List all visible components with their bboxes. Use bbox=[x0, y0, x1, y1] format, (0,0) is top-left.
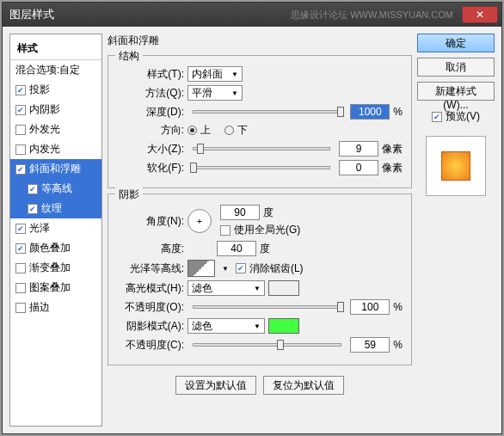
highlight-mode-label: 高光模式(H): bbox=[117, 281, 184, 296]
checkbox-icon[interactable] bbox=[15, 303, 26, 313]
global-light-checkbox[interactable] bbox=[220, 225, 230, 236]
checkbox-icon[interactable] bbox=[15, 105, 26, 115]
checkbox-icon[interactable] bbox=[28, 204, 38, 214]
style-label: 样式(T): bbox=[117, 67, 184, 82]
soften-unit: 像素 bbox=[382, 161, 403, 175]
checkbox-icon[interactable] bbox=[15, 144, 26, 155]
size-input[interactable]: 9 bbox=[339, 141, 378, 157]
shadow-color-swatch[interactable] bbox=[268, 318, 299, 334]
settings-panel: 斜面和浮雕 结构 样式(T): 内斜面▼ 方法(Q): 平滑▼ 深度(D): 1… bbox=[108, 34, 412, 427]
checkbox-icon[interactable] bbox=[15, 85, 26, 95]
altitude-unit: 度 bbox=[260, 242, 270, 256]
opacity-unit2: % bbox=[393, 339, 403, 351]
preview-checkbox[interactable] bbox=[432, 112, 442, 122]
size-slider[interactable] bbox=[193, 147, 330, 150]
depth-label: 深度(D): bbox=[117, 105, 184, 120]
cancel-button[interactable]: 取消 bbox=[417, 58, 495, 77]
angle-label: 角度(N): bbox=[117, 214, 184, 229]
direction-label: 方向: bbox=[117, 123, 184, 138]
list-item[interactable]: 颜色叠加 bbox=[10, 238, 101, 258]
antialias-label: 消除锯齿(L) bbox=[249, 261, 304, 276]
direction-down-radio[interactable] bbox=[224, 126, 234, 135]
chevron-down-icon: ▼ bbox=[231, 89, 238, 97]
size-label: 大小(Z): bbox=[117, 142, 184, 157]
angle-dial[interactable] bbox=[187, 209, 212, 233]
depth-slider[interactable] bbox=[193, 110, 341, 114]
preview-swatch bbox=[441, 151, 470, 181]
chevron-down-icon[interactable]: ▼ bbox=[222, 265, 229, 273]
ok-button[interactable]: 确定 bbox=[417, 34, 495, 52]
style-dropdown[interactable]: 内斜面▼ bbox=[187, 66, 243, 82]
list-item-bevel[interactable]: 斜面和浮雕 bbox=[10, 159, 101, 179]
reset-default-button[interactable]: 复位为默认值 bbox=[263, 376, 344, 395]
shadow-mode-label: 阴影模式(A): bbox=[117, 319, 184, 334]
close-button[interactable]: ✕ bbox=[462, 6, 498, 23]
preview-label: 预览(V) bbox=[446, 109, 480, 124]
preview-box bbox=[426, 136, 486, 196]
altitude-label: 高度: bbox=[117, 242, 184, 256]
global-light-label: 使用全局光(G) bbox=[234, 223, 300, 237]
soften-input[interactable]: 0 bbox=[339, 160, 378, 175]
list-item[interactable]: 光泽 bbox=[10, 218, 101, 238]
angle-input[interactable]: 90 bbox=[220, 205, 260, 220]
shadow-opacity-slider[interactable] bbox=[193, 343, 341, 347]
depth-unit: % bbox=[393, 106, 403, 118]
shading-group: 阴影 角度(N): 90 度 使用全局光(G) bbox=[108, 193, 412, 365]
checkbox-icon[interactable] bbox=[15, 283, 26, 293]
depth-input[interactable]: 1000 bbox=[350, 104, 390, 120]
section-title: 斜面和浮雕 bbox=[108, 34, 412, 48]
list-item[interactable]: 外发光 bbox=[10, 120, 101, 139]
altitude-input[interactable]: 40 bbox=[217, 241, 256, 256]
checkbox-icon[interactable] bbox=[28, 184, 38, 194]
shading-legend: 阴影 bbox=[115, 187, 143, 202]
list-item[interactable]: 内发光 bbox=[10, 139, 101, 159]
opacity-unit: % bbox=[393, 301, 403, 313]
chevron-down-icon: ▼ bbox=[254, 285, 261, 292]
checkbox-icon[interactable] bbox=[15, 164, 26, 175]
styles-list: 样式 混合选项:自定 投影 内阴影 外发光 内发光 斜面和浮雕 等高线 纹理 光… bbox=[9, 34, 102, 427]
shadow-opacity-label: 不透明度(C): bbox=[117, 338, 184, 353]
checkbox-icon[interactable] bbox=[15, 243, 26, 254]
size-unit: 像素 bbox=[382, 142, 403, 157]
blending-options[interactable]: 混合选项:自定 bbox=[10, 60, 101, 80]
list-item[interactable]: 投影 bbox=[10, 80, 101, 100]
watermark: 思缘设计论坛 WWW.MISSYUAN.COM bbox=[291, 9, 453, 21]
soften-label: 软化(F): bbox=[117, 161, 184, 175]
highlight-opacity-input[interactable]: 100 bbox=[350, 299, 390, 315]
direction-up-radio[interactable] bbox=[187, 126, 197, 135]
window-title: 图层样式 bbox=[9, 7, 54, 22]
highlight-mode-dropdown[interactable]: 滤色▼ bbox=[187, 280, 265, 296]
method-dropdown[interactable]: 平滑▼ bbox=[187, 85, 243, 101]
chevron-down-icon: ▼ bbox=[254, 322, 261, 330]
styles-header: 样式 bbox=[10, 38, 101, 60]
titlebar: 图层样式 思缘设计论坛 WWW.MISSYUAN.COM ✕ bbox=[3, 3, 501, 27]
list-item[interactable]: 描边 bbox=[10, 298, 101, 317]
checkbox-icon[interactable] bbox=[15, 224, 26, 234]
shadow-mode-dropdown[interactable]: 滤色▼ bbox=[187, 318, 265, 334]
method-label: 方法(Q): bbox=[117, 86, 184, 101]
checkbox-icon[interactable] bbox=[15, 263, 26, 273]
structure-legend: 结构 bbox=[115, 49, 143, 64]
highlight-color-swatch[interactable] bbox=[268, 280, 299, 296]
set-default-button[interactable]: 设置为默认值 bbox=[175, 376, 256, 395]
shadow-opacity-input[interactable]: 59 bbox=[350, 337, 390, 353]
new-style-button[interactable]: 新建样式(W)... bbox=[417, 82, 495, 101]
gloss-contour-picker[interactable] bbox=[187, 260, 215, 277]
list-item-contour[interactable]: 等高线 bbox=[10, 179, 101, 199]
action-panel: 确定 取消 新建样式(W)... 预览(V) bbox=[417, 34, 495, 427]
angle-unit: 度 bbox=[263, 206, 274, 220]
highlight-opacity-label: 不透明度(O): bbox=[117, 300, 184, 315]
list-item-texture[interactable]: 纹理 bbox=[10, 199, 101, 218]
list-item[interactable]: 渐变叠加 bbox=[10, 258, 101, 278]
list-item[interactable]: 内阴影 bbox=[10, 100, 101, 120]
gloss-contour-label: 光泽等高线: bbox=[117, 261, 184, 276]
chevron-down-icon: ▼ bbox=[231, 71, 238, 78]
highlight-opacity-slider[interactable] bbox=[193, 305, 341, 309]
structure-group: 结构 样式(T): 内斜面▼ 方法(Q): 平滑▼ 深度(D): 1000 % … bbox=[108, 55, 412, 188]
checkbox-icon[interactable] bbox=[15, 125, 26, 135]
layer-style-dialog: 图层样式 思缘设计论坛 WWW.MISSYUAN.COM ✕ 样式 混合选项:自… bbox=[2, 2, 502, 434]
antialias-checkbox[interactable] bbox=[236, 263, 246, 273]
soften-slider[interactable] bbox=[193, 166, 330, 169]
list-item[interactable]: 图案叠加 bbox=[10, 278, 101, 298]
